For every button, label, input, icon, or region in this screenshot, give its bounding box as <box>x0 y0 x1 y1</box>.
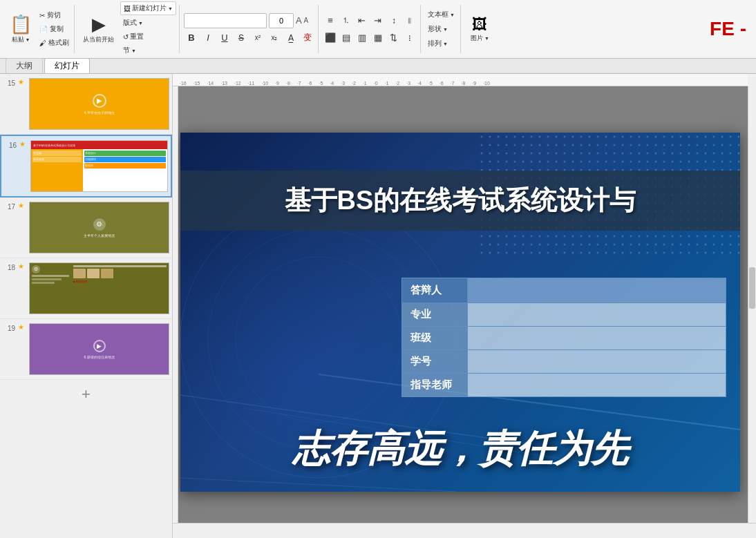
decrease-indent-button[interactable]: ⇤ <box>355 13 370 28</box>
class-label: 班级 <box>402 327 468 350</box>
strikethrough-button[interactable]: S <box>234 30 249 46</box>
slide-17-thumbnail: ⚙ 主半年个人发展情况 <box>29 202 169 253</box>
slide-title: 基于BS的在线考试系统设计与 <box>285 186 636 215</box>
slides-tab[interactable]: 幻灯片 <box>44 58 90 73</box>
paragraph-group: ≡ ⒈ ⇤ ⇥ ↕ ⫴ ⬛ ▤ ▥ ▦ ⇅ ⫶ <box>320 5 421 53</box>
slide-19-item[interactable]: 19 ★ ▶ 6.获得的信任来情况 <box>0 319 172 380</box>
scrollbar-thumb-right[interactable] <box>749 267 755 309</box>
font-name-input[interactable] <box>184 13 267 28</box>
id-label: 学号 <box>402 350 468 374</box>
new-slide-button[interactable]: 🖼新建幻灯片▼ <box>120 1 176 15</box>
canvas-area: 基于BS的在线考试系统设计与 答辩人 专业 <box>173 86 748 538</box>
slide-group: ▶ 从当前开始 🖼新建幻灯片▼ 版式▼ ↺重置 节▼ <box>76 5 180 53</box>
superscript-button[interactable]: x² <box>250 30 265 46</box>
advisor-label: 指导老师 <box>402 374 468 397</box>
mini-slide-buttons: 🖼新建幻灯片▼ 版式▼ ↺重置 节▼ <box>120 1 176 57</box>
right-scrollbar[interactable] <box>748 86 756 538</box>
slide-17-item[interactable]: 17 ★ ⚙ 主半年个人发展情况 <box>0 198 172 258</box>
slide-18-thumbnail: ⚙ ■ 数据说明 <box>29 262 169 314</box>
canvas-wrapper: 基于BS的在线考试系统设计与 答辩人 专业 <box>173 86 756 538</box>
layout-button[interactable]: 版式▼ <box>120 17 176 29</box>
font-size-increase[interactable]: A <box>296 15 302 26</box>
toolbar-row1: 📋 粘贴▼ ✂剪切 📄复制 🖌格式刷 ▶ 从当前开始 <box>0 0 756 59</box>
fe-label: FE - <box>710 18 753 40</box>
arrange-button[interactable]: 排列▼ <box>425 37 457 50</box>
text-color-button[interactable]: 变 <box>300 30 315 46</box>
paste-group: 📋 粘贴▼ ✂剪切 📄复制 🖌格式刷 <box>3 5 75 53</box>
outline-tab[interactable]: 大纲 <box>6 58 43 73</box>
align-text-button[interactable]: ⫶ <box>402 30 417 46</box>
ruler: ·16 ·15 ·14 ·13 ·12 ·11 ·10 ·9 ·8 ·7 ·6 … <box>173 74 748 86</box>
app-container: 📋 粘贴▼ ✂剪切 📄复制 🖌格式刷 ▶ 从当前开始 <box>0 0 756 538</box>
align-right-button[interactable]: ▥ <box>355 30 370 46</box>
table-row-header: 答辩人 <box>402 278 726 303</box>
slide-title-banner: 基于BS的在线考试系统设计与 <box>180 171 740 231</box>
bullets-button[interactable]: ≡ <box>323 13 338 28</box>
slide-16-thumbnail: 基于BS的在线考试系统设计与实现 学生端 考试管理 系统设计 功能模块 数据库 <box>30 140 168 192</box>
text-direction-button[interactable]: ⇅ <box>386 30 401 46</box>
textbox-button[interactable]: 文本框▼ <box>425 8 457 21</box>
picture-group: 🖼 图片▼ <box>462 5 498 53</box>
tab-area: 大纲 幻灯片 <box>0 59 756 74</box>
align-center-button[interactable]: ▤ <box>339 30 354 46</box>
table-row-advisor: 指导老师 <box>402 374 726 397</box>
id-value <box>468 350 726 374</box>
info-table-container: 答辩人 专业 班级 学 <box>401 278 726 397</box>
class-value <box>468 327 726 350</box>
table-row-class: 班级 <box>402 327 726 350</box>
font-size-input[interactable]: 0 <box>269 13 294 28</box>
major-label: 专业 <box>402 303 468 327</box>
cut-button[interactable]: ✂剪切 <box>37 9 71 21</box>
slide-16-item[interactable]: 16 ★ 基于BS的在线考试系统设计与实现 学生端 考试管理 系统设计 功能模块… <box>0 135 172 198</box>
text-clear-button[interactable]: A̲ <box>283 30 299 46</box>
justify-button[interactable]: ▦ <box>370 30 386 46</box>
section-button[interactable]: 节▼ <box>120 44 176 57</box>
header-value-cell <box>468 278 726 303</box>
columns-button[interactable]: ⫴ <box>402 13 417 28</box>
slide-slogan: 志存高远，责任为先 <box>180 424 740 474</box>
shapes-button[interactable]: 形状▼ <box>425 23 457 35</box>
increase-indent-button[interactable]: ⇥ <box>370 13 386 28</box>
format-paint-button[interactable]: 🖌格式刷 <box>37 37 71 49</box>
table-row-major: 专业 <box>402 303 726 327</box>
reset-button[interactable]: ↺重置 <box>120 30 176 43</box>
slide-panel: 15 ★ ▶ 4.平年虫虫子的地位 16 ★ 基于BS的在线考试系统设计与实现 <box>0 74 173 538</box>
numbering-button[interactable]: ⒈ <box>339 13 354 28</box>
table-row-id: 学号 <box>402 350 726 374</box>
paste-button[interactable]: 📋 粘贴▼ <box>6 10 36 48</box>
bold-button[interactable]: B <box>184 30 199 46</box>
line-spacing-button[interactable]: ↕ <box>386 13 401 28</box>
drawing-group: 文本框▼ 形状▼ 排列▼ <box>422 5 461 53</box>
slide-canvas[interactable]: 基于BS的在线考试系统设计与 答辩人 专业 <box>180 133 740 492</box>
svg-line-8 <box>180 478 457 492</box>
left-scroll-indicator <box>173 86 178 523</box>
font-group: 0 A A B I U S x² x₂ A̲ 变 <box>181 5 319 53</box>
slide-15-thumbnail: ▶ 4.平年虫虫子的地位 <box>29 78 169 130</box>
copy-button[interactable]: 📄复制 <box>37 23 71 35</box>
major-value <box>468 303 726 327</box>
slide-18-item[interactable]: 18 ★ ⚙ <box>0 258 172 319</box>
play-button[interactable]: ▶ 从当前开始 <box>79 10 118 48</box>
underline-button[interactable]: U <box>217 30 232 46</box>
main-area: ·16 ·15 ·14 ·13 ·12 ·11 ·10 ·9 ·8 ·7 ·6 … <box>0 74 756 538</box>
slide-19-thumbnail: ▶ 6.获得的信任来情况 <box>29 323 169 375</box>
align-left-button[interactable]: ⬛ <box>323 30 338 46</box>
slide-15-item[interactable]: 15 ★ ▶ 4.平年虫虫子的地位 <box>0 74 172 135</box>
info-table: 答辩人 专业 班级 学 <box>401 278 726 397</box>
add-slide-button[interactable]: + <box>0 380 172 409</box>
subscript-button[interactable]: x₂ <box>267 30 282 46</box>
mini-buttons: ✂剪切 📄复制 🖌格式刷 <box>37 9 71 49</box>
picture-button[interactable]: 🖼 图片▼ <box>466 13 493 46</box>
slogan-text: 志存高远，责任为先 <box>292 427 628 469</box>
header-label-cell: 答辩人 <box>402 278 468 303</box>
italic-button[interactable]: I <box>200 30 216 46</box>
font-size-decrease[interactable]: A <box>304 17 309 24</box>
advisor-value <box>468 374 726 397</box>
